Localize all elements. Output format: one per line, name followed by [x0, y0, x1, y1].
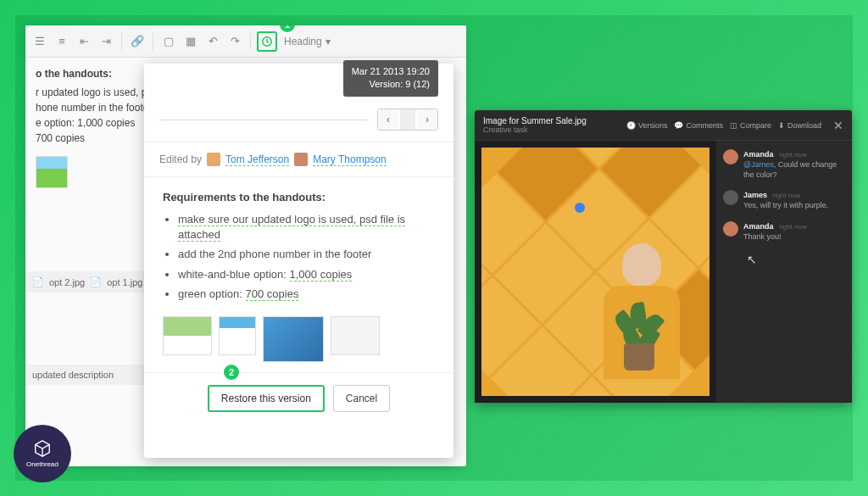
toolbar-divider — [250, 33, 251, 50]
close-button[interactable]: ✕ — [833, 119, 843, 132]
avatar — [294, 153, 308, 166]
attachment-thumb[interactable] — [36, 156, 68, 188]
heading-label: Heading — [284, 36, 322, 47]
file-icon: 📄 — [32, 276, 44, 287]
versions-button[interactable]: 🕘 Versions — [626, 121, 668, 130]
task-label: updated description — [32, 370, 114, 380]
onethread-badge: Onethread — [14, 425, 71, 482]
image-icon[interactable]: ▢ — [159, 32, 178, 51]
chevron-down-icon: ▾ — [326, 36, 331, 47]
handout-thumb[interactable] — [263, 316, 324, 362]
heading-dropdown[interactable]: Heading ▾ — [284, 36, 331, 47]
avatar — [723, 149, 738, 164]
link-icon[interactable]: 🔗 — [128, 32, 147, 51]
file-name[interactable]: opt 1.jpg — [107, 277, 142, 287]
preview-body: Amanda right now @James, Could we change… — [475, 141, 852, 403]
handout-thumb[interactable] — [163, 316, 212, 355]
avatar — [207, 153, 220, 166]
step-marker-1: 1 — [278, 25, 297, 34]
comment-author: James — [743, 191, 767, 199]
comment-item: Amanda right now @James, Could we change… — [723, 149, 845, 180]
toolbar-divider — [121, 33, 122, 50]
file-icon: 📄 — [90, 276, 102, 287]
file-name[interactable]: opt 2.jpg — [49, 277, 85, 287]
timeline-handle[interactable] — [400, 109, 415, 130]
table-icon[interactable]: ▦ — [181, 32, 200, 51]
compare-button[interactable]: ◫ Compare — [730, 121, 771, 130]
requirements-list: make sure our updated logo is used, psd … — [178, 212, 435, 302]
image-plant — [618, 303, 660, 371]
restore-button[interactable]: Restore this version — [208, 385, 325, 412]
requirements-heading: Requirements to the handouts: — [163, 191, 435, 203]
numbered-list-icon[interactable]: ☰ — [31, 32, 49, 51]
comment-text: Thank you! — [743, 232, 845, 242]
avatar — [723, 190, 738, 205]
toolbar-divider — [153, 33, 153, 50]
list-item: green option: 700 copies — [178, 287, 435, 302]
clock-icon: 🕘 — [626, 121, 636, 130]
image-preview-window: Image for Summer Sale.jpg Creative task … — [475, 110, 852, 403]
preview-subtitle: Creative task — [483, 125, 620, 134]
preview-image — [481, 148, 709, 396]
version-tooltip: Mar 21 2013 19:20 Version: 9 (12) — [343, 60, 438, 97]
undo-icon[interactable]: ↶ — [203, 32, 222, 51]
tooltip-version: Version: 9 (12) — [352, 78, 430, 91]
timeline-track[interactable] — [159, 120, 369, 120]
edited-by-label: Edited by — [159, 153, 202, 165]
list-item: white-and-blue option: 1,000 copies — [178, 267, 435, 282]
handout-thumb[interactable] — [219, 316, 256, 355]
redo-icon[interactable]: ↷ — [225, 32, 244, 51]
requirements-section: Requirements to the handouts: make sure … — [144, 177, 453, 313]
mention[interactable]: @James — [743, 160, 774, 169]
indent-icon[interactable]: ⇥ — [97, 32, 115, 51]
comment-author: Amanda — [743, 222, 774, 231]
comment-item: Amanda right now Thank you! — [723, 221, 845, 242]
badge-label: Onethread — [26, 460, 58, 468]
download-button[interactable]: ⬇ Download — [778, 121, 821, 130]
timeline-nav: ‹ › — [377, 109, 438, 131]
comment-time: right now — [779, 151, 806, 159]
preview-filename: Image for Summer Sale.jpg — [483, 116, 620, 125]
comments-panel: Amanda right now @James, Could we change… — [716, 141, 852, 403]
editor-toolbar: ☰ ≡ ⇤ ⇥ 🔗 ▢ ▦ ↶ ↷ 1 Heading ▾ — [25, 25, 466, 58]
comment-time: right now — [773, 192, 800, 199]
comment-item: James right now Yes, will try it with pu… — [723, 190, 845, 211]
comment-text: @James, Could we change the color? — [743, 160, 845, 180]
step-marker-2: 2 — [222, 363, 241, 382]
handout-thumb[interactable] — [331, 316, 380, 355]
user-link[interactable]: Tom Jefferson — [225, 153, 289, 166]
outdent-icon[interactable]: ⇤ — [75, 32, 93, 51]
preview-header: Image for Summer Sale.jpg Creative task … — [475, 110, 852, 141]
avatar — [723, 221, 738, 237]
tooltip-date: Mar 21 2013 19:20 — [352, 65, 430, 78]
preview-image-area[interactable] — [475, 141, 716, 403]
bullet-list-icon[interactable]: ≡ — [53, 32, 71, 51]
cancel-button[interactable]: Cancel — [333, 385, 390, 412]
cube-icon — [33, 439, 52, 458]
comment-pin[interactable] — [575, 203, 585, 213]
comment-time: right now — [779, 223, 806, 231]
user-link[interactable]: Mary Thompson — [313, 153, 386, 166]
preview-title-block: Image for Summer Sale.jpg Creative task — [483, 116, 620, 134]
comments-button[interactable]: 💬 Comments — [674, 121, 723, 130]
popup-actions: 2 Restore this version Cancel — [144, 372, 453, 424]
handout-thumbnails — [144, 313, 453, 372]
compare-icon: ◫ — [730, 121, 737, 130]
next-version-button[interactable]: › — [417, 109, 437, 130]
version-history-popup: Mar 21 2013 19:20 Version: 9 (12) ‹ › Ed… — [144, 64, 453, 458]
list-item: make sure our updated logo is used, psd … — [178, 212, 435, 242]
comment-author: Amanda — [743, 150, 774, 159]
comment-icon: 💬 — [674, 121, 683, 130]
edited-by-row: Edited by Tom Jefferson Mary Thompson — [144, 142, 453, 177]
comment-text: Yes, will try it with purple. — [743, 201, 845, 211]
prev-version-button[interactable]: ‹ — [378, 109, 398, 130]
download-icon: ⬇ — [778, 121, 785, 130]
cursor-icon: ↖ — [747, 253, 845, 266]
history-button[interactable] — [257, 31, 277, 52]
list-item: add the 2nd phone number in the footer — [178, 247, 435, 262]
version-timeline: ‹ › — [144, 98, 453, 142]
